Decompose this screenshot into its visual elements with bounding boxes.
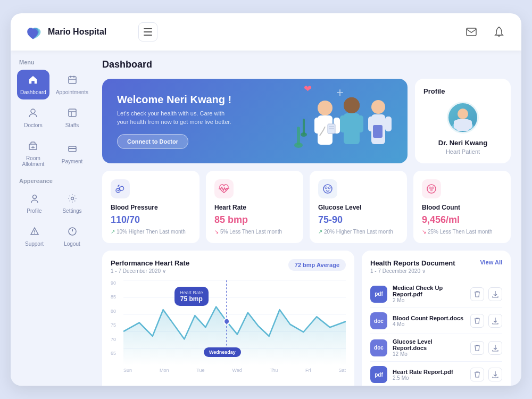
profile-role: Heart Patient — [446, 148, 480, 155]
svg-point-42 — [458, 109, 468, 119]
bell-icon-button[interactable] — [489, 22, 509, 41]
sidebar-item-profile[interactable]: Profile — [17, 188, 52, 218]
doctors-illustration — [282, 87, 405, 156]
report-name-heartrate: Heart Rate Report.pdf — [393, 369, 465, 375]
sidebar-item-label-room: Room Allotment — [20, 155, 46, 167]
svg-rect-1 — [69, 77, 76, 84]
heart-rate-icon — [218, 183, 230, 195]
reports-dropdown-icon[interactable]: ∨ — [422, 268, 426, 274]
chart-card: Performance Heart Rate 1 - 7 December 20… — [102, 251, 354, 386]
trash-icon-4 — [474, 371, 480, 378]
svg-rect-38 — [385, 117, 392, 131]
reports-date-range: 1 - 7 December 2020 — [370, 268, 420, 274]
sidebar-item-room[interactable]: Room Allotment — [17, 136, 49, 171]
svg-rect-6 — [69, 109, 76, 117]
reports-title: Health Reports Document — [370, 259, 455, 267]
profile-icon — [30, 194, 39, 206]
stat-trend-heart-rate: ↘ 5% Less Then Last month — [214, 229, 295, 235]
report-delete-glucose[interactable] — [470, 341, 484, 355]
chart-tooltip-label: Heart Rate — [180, 290, 203, 295]
chart-dropdown-icon[interactable]: ∨ — [162, 268, 166, 274]
report-size-glucose: 12 Mo — [393, 351, 465, 357]
blood-pressure-icon — [114, 183, 126, 195]
report-delete-heartrate[interactable] — [470, 368, 484, 381]
staffs-icon — [68, 108, 77, 120]
stat-trend-blood-pressure: ↗ 10% Higher Then Last month — [111, 229, 191, 235]
sidebar-item-appointments[interactable]: Appointments — [53, 70, 92, 99]
header: Mario Hospital — [11, 13, 521, 51]
svg-rect-34 — [356, 115, 363, 132]
report-icon-heartrate: pdf — [370, 366, 387, 383]
blood-count-icon — [426, 183, 437, 195]
sidebar-item-label-appointments: Appointments — [56, 89, 88, 95]
profile-avatar — [447, 102, 479, 134]
chart-day-label: Wednesday — [204, 347, 241, 357]
report-delete-blood[interactable] — [470, 314, 484, 328]
chart-header: Performance Heart Rate 1 - 7 December 20… — [111, 259, 346, 274]
sidebar-item-dashboard[interactable]: Dashboard — [17, 70, 49, 99]
trend-up-arrow-2: ↗ — [318, 229, 322, 235]
sidebar-menu-label: Menu — [17, 59, 89, 65]
report-size-blood: 4 Mo — [393, 321, 465, 327]
main-layout: Menu Dashboard — [11, 51, 521, 386]
sidebar-main-nav: Dashboard Appointments — [17, 70, 89, 171]
report-icon-medical: pdf — [370, 286, 387, 303]
sidebar-item-settings[interactable]: Settings — [55, 188, 89, 218]
chart-x-axis: Sun Mon Tue Wed Thu Fri Sat — [111, 365, 346, 373]
stat-card-blood-count: Blood Count 9,456/ml ↘ 25% Less Then Las… — [413, 171, 511, 243]
logo-area: Mario Hospital — [23, 24, 130, 39]
svg-point-40 — [344, 97, 360, 113]
report-actions-medical — [470, 287, 502, 301]
heart-rate-icon-wrap — [214, 179, 234, 198]
logo-text: Mario Hospital — [48, 27, 106, 37]
report-actions-glucose — [470, 341, 502, 355]
sidebar-item-label-profile: Profile — [27, 208, 41, 214]
report-item-heartrate: pdf Heart Rate Report.pdf 2.5 Mo — [370, 362, 502, 386]
download-icon — [492, 290, 498, 298]
report-info-glucose: Glucose Level Report.docs 12 Mo — [393, 338, 465, 357]
sidebar-item-logout[interactable]: Logout — [55, 221, 89, 251]
chart-title-area: Performance Heart Rate 1 - 7 December 20… — [111, 259, 189, 274]
connect-doctor-button[interactable]: Connect to Doctor — [117, 134, 188, 149]
stat-card-glucose: Glucose Level 75-90 ↗ 20% Higher Then La… — [310, 171, 407, 243]
report-download-medical[interactable] — [488, 287, 502, 301]
logout-icon — [68, 227, 77, 239]
glucose-icon-wrap — [318, 179, 337, 198]
view-all-link[interactable]: View All — [480, 259, 502, 265]
stat-value-blood-count: 9,456/ml — [422, 214, 502, 226]
stat-label-blood-pressure: Blood Pressure — [111, 204, 191, 211]
menu-button[interactable] — [138, 22, 157, 41]
welcome-description: Let's check your health with us. Care wi… — [117, 109, 234, 127]
report-download-heartrate[interactable] — [488, 368, 502, 381]
report-name-glucose: Glucose Level Report.docs — [393, 338, 465, 351]
mail-icon-button[interactable] — [462, 22, 481, 41]
report-icon-blood: doc — [370, 312, 387, 329]
sidebar-item-label-settings: Settings — [62, 208, 81, 214]
chart-title: Performance Heart Rate — [111, 259, 189, 267]
report-actions-blood — [470, 314, 502, 328]
svg-rect-0 — [467, 28, 476, 36]
report-item-medical: pdf Medical Check Up Report.pdf 2 Mo — [370, 280, 502, 308]
sidebar-item-payment[interactable]: Payment — [53, 136, 92, 171]
svg-point-49 — [325, 187, 327, 189]
svg-rect-33 — [340, 115, 347, 132]
chart-tooltip: Heart Rate 75 bmp — [174, 287, 209, 306]
settings-icon — [68, 194, 77, 206]
sidebar-item-staffs[interactable]: Staffs — [53, 103, 92, 132]
sidebar-item-support[interactable]: Support — [17, 221, 52, 251]
download-icon-4 — [492, 371, 498, 378]
profile-card: Profile Dr. Neri Kwang Heart Patient — [415, 79, 511, 163]
svg-rect-23 — [303, 119, 305, 135]
sidebar-item-doctors[interactable]: Doctors — [17, 103, 49, 132]
reports-card: Health Reports Document 1 - 7 December 2… — [362, 251, 511, 386]
svg-point-47 — [118, 190, 119, 192]
svg-rect-45 — [467, 120, 472, 129]
report-download-glucose[interactable] — [488, 341, 502, 355]
sidebar-item-label-dashboard: Dashboard — [20, 89, 46, 95]
sidebar-item-label-staffs: Staffs — [65, 122, 79, 128]
svg-point-14 — [32, 195, 36, 199]
report-download-blood[interactable] — [488, 314, 502, 328]
report-delete-medical[interactable] — [470, 287, 484, 301]
svg-point-5 — [31, 109, 35, 113]
svg-point-50 — [328, 187, 330, 189]
